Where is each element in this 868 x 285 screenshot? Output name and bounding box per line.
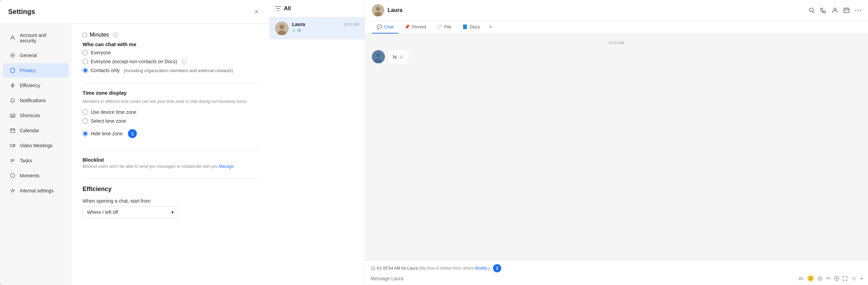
who-can-chat-section: Who can chat with me Everyone Everyone (…: [83, 41, 259, 73]
keyboard-icon: [10, 112, 16, 119]
tab-pinned[interactable]: 📌 Pinned: [400, 21, 430, 33]
search-button[interactable]: [809, 7, 815, 13]
svg-point-20: [376, 53, 380, 57]
contact-preview-laura: ✓ hi: [292, 28, 359, 33]
sidebar-item-tasks[interactable]: Tasks: [3, 153, 69, 168]
shield-icon: [10, 67, 16, 73]
radio-everyone[interactable]: [83, 50, 88, 55]
font-button[interactable]: Aa: [798, 276, 804, 281]
svg-rect-15: [844, 8, 849, 13]
time-info-bar: It's 05:54 AM for Laura (My time is hidd…: [371, 264, 863, 272]
sidebar-label-shortcuts: Shortcuts: [20, 113, 40, 118]
radio-contacts-only[interactable]: [83, 68, 88, 73]
sidebar-item-calendar[interactable]: Calendar: [3, 123, 69, 138]
all-label: All: [284, 5, 291, 12]
settings-sidebar: Account and security General Privac: [0, 24, 72, 285]
blocklist-manage-link[interactable]: Manage: [219, 164, 233, 169]
sidebar-label-account: Account and security: [20, 32, 62, 43]
sidebar-label-tasks: Tasks: [20, 158, 32, 163]
send-options-button[interactable]: ▾: [860, 276, 863, 281]
contact-time-laura: 10:51 AM: [344, 22, 359, 26]
sidebar-item-notifications[interactable]: Notifications: [3, 93, 69, 108]
sidebar-item-moments[interactable]: Moments: [3, 168, 69, 183]
message-input[interactable]: [371, 276, 796, 281]
select-value: Where I left off: [87, 209, 118, 215]
chat-panel: All Laura 10:51 AM ✓ hi: [270, 0, 868, 285]
emoji-button[interactable]: 🙂: [807, 275, 814, 282]
sidebar-label-internal: Internal settings: [20, 188, 54, 193]
radio-everyone-except[interactable]: [83, 59, 88, 64]
blocklist-section: Blocklist Blocked users won't be able to…: [83, 157, 259, 169]
sidebar-item-shortcuts[interactable]: Shortcuts: [3, 108, 69, 123]
sidebar-label-privacy: Privacy: [20, 68, 35, 73]
close-button[interactable]: ×: [252, 7, 261, 16]
sidebar-label-notifications: Notifications: [20, 98, 46, 103]
start-from-select[interactable]: Where I left off ▾: [83, 206, 178, 218]
divider-1: [83, 83, 259, 83]
chat-main: Laura: [365, 0, 868, 285]
select-row: Where I left off ▾: [83, 206, 259, 218]
efficiency-section: Efficiency When opening a chat, start fr…: [83, 186, 259, 218]
sidebar-item-video-meetings[interactable]: Video Meetings: [3, 138, 69, 153]
radio-device-tz[interactable]: [83, 109, 88, 115]
more-button[interactable]: [855, 10, 861, 11]
tab-file[interactable]: 📄 File: [432, 21, 456, 33]
radio-hide-tz[interactable]: [83, 131, 88, 136]
svg-point-18: [860, 10, 861, 11]
option-everyone: Everyone: [83, 50, 259, 55]
divider-2: [83, 150, 259, 150]
settings-content: Minutes i Who can chat with me Everyone …: [72, 24, 270, 285]
scissors-button[interactable]: ✂: [826, 275, 830, 282]
tab-chat[interactable]: 💬 Chat: [372, 21, 398, 33]
modify-link[interactable]: Modify: [475, 266, 487, 271]
expand-button[interactable]: [843, 276, 848, 281]
message-bubble: hi ✓: [388, 50, 409, 64]
minutes-checkbox[interactable]: [83, 33, 87, 37]
gear-icon: [10, 52, 16, 58]
svg-text:a: a: [801, 276, 804, 280]
svg-point-0: [12, 36, 14, 38]
contacts-only-note: (Including organization members and exte…: [124, 68, 233, 73]
clock-icon: [371, 266, 375, 271]
tab-add-button[interactable]: +: [486, 21, 495, 33]
chat-header-actions: [809, 7, 861, 13]
label-everyone-except: Everyone (except non-contacts on Docs): [91, 59, 177, 64]
sidebar-item-account-security[interactable]: Account and security: [3, 28, 69, 48]
sidebar-item-general[interactable]: General: [3, 48, 69, 63]
everyone-except-info-icon[interactable]: i: [181, 59, 187, 64]
calendar-button[interactable]: [843, 7, 850, 13]
label-everyone: Everyone: [91, 50, 111, 55]
when-opening-label: When opening a chat, start from: [83, 198, 259, 204]
sidebar-label-general: General: [20, 53, 37, 58]
read-check-icon: ✓: [400, 54, 404, 60]
bell-icon: [10, 97, 16, 104]
sidebar-item-privacy[interactable]: Privacy: [3, 63, 69, 78]
sidebar-item-internal[interactable]: Internal settings: [3, 184, 69, 198]
tab-docs[interactable]: 📘 Docs: [458, 21, 485, 33]
sidebar-item-efficiency[interactable]: Efficiency: [3, 78, 69, 93]
call-button[interactable]: [820, 7, 826, 13]
contact-item-laura[interactable]: Laura 10:51 AM ✓ hi: [270, 17, 365, 39]
message-input-row: Aa 🙂 @ ✂: [371, 275, 863, 282]
option-device-tz: Use device time zone: [83, 109, 259, 115]
blocklist-desc: Blocked users won't be able to send you …: [83, 164, 259, 169]
sidebar-label-video: Video Meetings: [20, 143, 53, 148]
svg-point-1: [12, 55, 14, 56]
tab-chat-label: Chat: [384, 24, 393, 29]
radio-select-tz[interactable]: [83, 118, 88, 124]
at-button[interactable]: @: [818, 275, 823, 281]
message-row: hi ✓: [372, 50, 861, 64]
option-hide-tz: Hide time zone 1: [80, 127, 259, 140]
sidebar-label-calendar: Calendar: [20, 128, 39, 133]
lightning-icon: [10, 82, 16, 89]
svg-point-11: [376, 7, 380, 11]
label-device-tz: Use device time zone: [91, 109, 136, 115]
attach-button[interactable]: [834, 276, 839, 281]
pinned-tab-icon: 📌: [404, 24, 410, 29]
profile-button[interactable]: [832, 7, 838, 13]
send-button[interactable]: [851, 276, 857, 281]
message-avatar: [372, 50, 385, 63]
svg-rect-3: [11, 129, 15, 133]
svg-point-5: [11, 174, 15, 178]
minutes-info-icon[interactable]: i: [113, 32, 118, 38]
